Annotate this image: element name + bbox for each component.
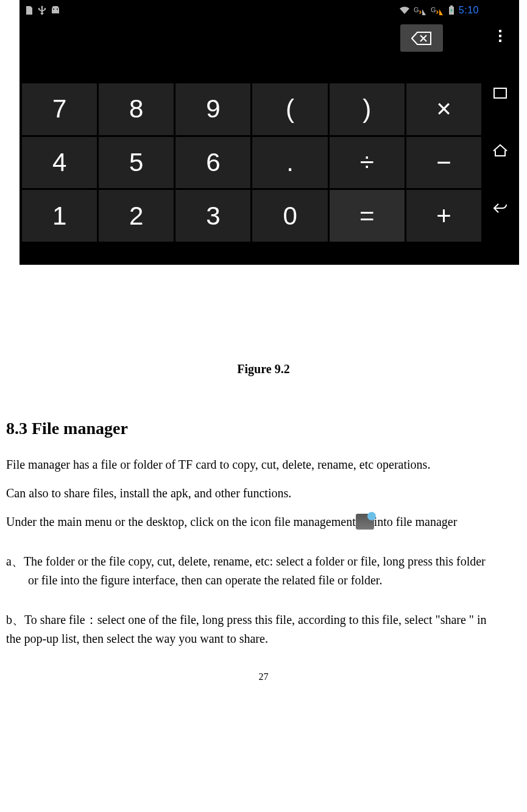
paragraph-a-cont: or file into the figure interface, then … <box>28 571 521 590</box>
key-4[interactable]: 4 <box>22 137 97 189</box>
key-2[interactable]: 2 <box>99 190 174 242</box>
paragraph-a-text: The folder or the file copy, cut, delete… <box>24 555 486 568</box>
status-clock: 5:10 <box>459 5 479 16</box>
usb-icon <box>38 5 46 15</box>
recent-apps-button[interactable] <box>493 87 508 99</box>
key-6[interactable]: 6 <box>175 137 250 189</box>
android-icon <box>50 6 61 15</box>
svg-point-1 <box>57 9 58 10</box>
calc-display <box>21 19 483 82</box>
status-bar: G G 5:10 <box>21 1 483 19</box>
key-minus[interactable]: − <box>406 137 481 189</box>
calc-keypad: 7 8 9 ( ) × 4 5 6 . ÷ − 1 2 3 <box>21 82 483 243</box>
paragraph-1: File manager has a file or folder of TF … <box>6 455 521 474</box>
svg-rect-6 <box>494 88 506 98</box>
paragraph-b-cont: the pop-up list, then select the way you… <box>6 629 521 648</box>
paragraph-b: b、To share file：select one of the file, … <box>6 611 521 629</box>
signal-g-icon-1: G <box>414 5 427 15</box>
key-dot[interactable]: . <box>252 137 327 189</box>
key-divide[interactable]: ÷ <box>330 137 405 189</box>
svg-text:G: G <box>414 6 419 13</box>
file-manager-icon <box>356 514 374 530</box>
key-lparen[interactable]: ( <box>252 83 327 135</box>
screenshot-bottom-strip <box>21 243 518 264</box>
phone-screenshot: G G 5:10 <box>19 0 519 265</box>
paragraph-b-label: b、 <box>6 613 24 626</box>
paragraph-3: Under the main menu or the desktop, clic… <box>6 513 521 531</box>
home-button[interactable] <box>492 144 508 157</box>
key-9[interactable]: 9 <box>175 83 250 135</box>
key-equals[interactable]: = <box>330 190 405 242</box>
svg-text:G: G <box>431 6 436 13</box>
paragraph-b-text: To share file：select one of the file, lo… <box>24 613 487 626</box>
key-8[interactable]: 8 <box>99 83 174 135</box>
svg-point-0 <box>53 9 54 10</box>
wifi-icon <box>399 6 410 15</box>
android-navbar <box>483 1 518 243</box>
signal-g-icon-2: G <box>431 5 444 15</box>
key-plus[interactable]: + <box>406 190 481 242</box>
battery-icon <box>448 5 455 15</box>
sd-card-icon <box>24 5 34 15</box>
key-3[interactable]: 3 <box>175 190 250 242</box>
svg-rect-5 <box>450 5 453 7</box>
paragraph-3-post: into file manager <box>374 515 458 528</box>
page-number: 27 <box>6 671 521 682</box>
paragraph-3-pre: Under the main menu or the desktop, clic… <box>6 515 356 528</box>
back-button[interactable] <box>492 202 508 214</box>
key-rparen[interactable]: ) <box>330 83 405 135</box>
overflow-menu-icon[interactable] <box>499 30 501 42</box>
figure-caption: Figure 9.2 <box>6 362 521 376</box>
key-5[interactable]: 5 <box>99 137 174 189</box>
key-7[interactable]: 7 <box>22 83 97 135</box>
key-0[interactable]: 0 <box>252 190 327 242</box>
section-heading: 8.3 File manager <box>6 419 521 438</box>
paragraph-2: Can also to share files, install the apk… <box>6 484 521 503</box>
key-multiply[interactable]: × <box>406 83 481 135</box>
key-1[interactable]: 1 <box>22 190 97 242</box>
paragraph-a: a、The folder or the file copy, cut, dele… <box>6 552 521 571</box>
backspace-button[interactable] <box>400 24 443 52</box>
paragraph-a-label: a、 <box>6 555 24 568</box>
